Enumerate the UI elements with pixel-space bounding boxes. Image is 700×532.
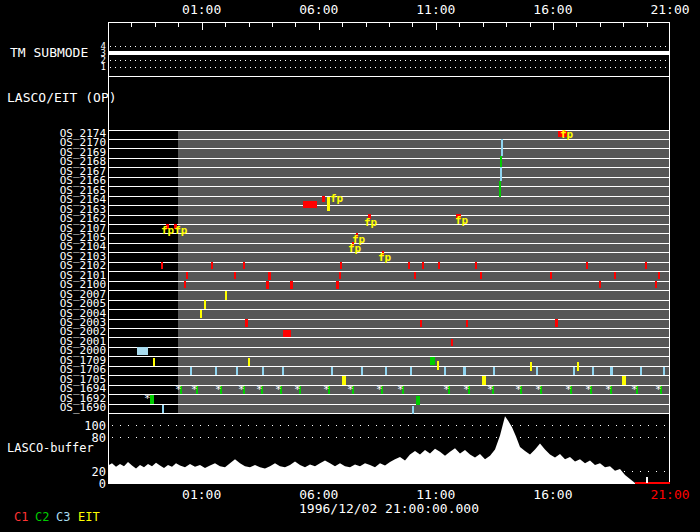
hour-tick: [225, 23, 226, 27]
row-separator: [108, 347, 670, 348]
row-separator: [108, 404, 670, 405]
os-marker: [444, 367, 446, 375]
fp-label: fp: [364, 218, 377, 228]
os-marker: [331, 367, 333, 375]
os-marker: [592, 367, 594, 375]
asterisk-glyph: *: [323, 385, 330, 394]
tm-gridline-4: [110, 46, 668, 47]
os-marker: [658, 272, 660, 279]
time-label-bottom: 16:00: [533, 488, 572, 501]
hour-tick: [506, 23, 507, 27]
asterisk-glyph: *: [256, 385, 263, 394]
os-marker: [530, 362, 532, 371]
asterisk-glyph: *: [294, 385, 301, 394]
time-label-top: 21:00: [650, 3, 689, 16]
os-marker: [408, 262, 410, 269]
row-separator: [108, 271, 670, 272]
hour-tick: [319, 23, 320, 30]
asterisk-glyph: *: [175, 385, 182, 394]
os-marker: [646, 477, 648, 483]
os-marker: [266, 281, 269, 289]
row-separator: [108, 319, 670, 320]
os-marker: [437, 361, 439, 370]
lasco-eit-planning-screen: TM SUBMODE LASCO/EIT (OP) LASCO-buffer 1…: [0, 0, 700, 532]
os-marker: [416, 396, 420, 405]
os-marker: [340, 262, 342, 269]
asterisk-glyph: *: [376, 385, 383, 394]
hour-tick: [647, 23, 648, 27]
os-marker: [640, 367, 642, 375]
time-label-bottom: 06:00: [299, 488, 338, 501]
buffer-gridline: [112, 437, 668, 438]
os-marker: [573, 367, 575, 375]
lasco-buffer-label: LASCO-buffer: [7, 442, 94, 455]
os-marker: [225, 291, 227, 300]
row-separator: [108, 215, 670, 216]
time-label-bottom: 01:00: [182, 488, 221, 501]
os-marker: [161, 262, 163, 269]
os-marker: [500, 167, 502, 181]
os-marker: [610, 367, 613, 375]
asterisk-glyph: *: [605, 385, 612, 394]
os-marker: [655, 281, 657, 288]
os-marker: [204, 300, 206, 309]
os-marker: [215, 367, 217, 375]
os-marker: [500, 156, 502, 167]
hour-tick: [202, 23, 203, 30]
os-marker: [536, 367, 538, 375]
row-separator: [108, 281, 670, 282]
row-separator: [108, 148, 670, 149]
row-separator: [108, 366, 670, 367]
os-marker: [622, 376, 626, 385]
os-marker: [499, 181, 501, 197]
hour-tick: [483, 23, 484, 27]
hour-tick: [623, 23, 624, 27]
os-marker: [475, 262, 477, 269]
hour-tick: [553, 23, 554, 30]
hour-tick: [295, 23, 296, 27]
legend-item-eit: EIT: [78, 511, 100, 523]
row-separator: [108, 375, 670, 376]
fp-label: fp: [330, 194, 343, 204]
tm-submode-level-bar: [109, 51, 669, 55]
buffer-gridline: [112, 471, 668, 472]
fp-label: fp: [378, 253, 391, 263]
row-separator: [108, 167, 670, 168]
os-marker: [451, 339, 453, 346]
os-marker: [262, 367, 264, 375]
tm-submode-panel: [108, 22, 670, 77]
os-marker: [482, 376, 486, 385]
row-separator: [108, 233, 670, 234]
row-separator: [108, 186, 670, 187]
row-separator: [108, 300, 670, 301]
os-marker: [410, 367, 412, 375]
asterisk-glyph: *: [585, 385, 592, 394]
os-marker: [577, 362, 579, 371]
row-separator: [108, 130, 670, 131]
os-marker: [463, 367, 466, 375]
hour-tick: [436, 23, 437, 30]
os-row-label: OS_1690: [60, 403, 106, 413]
os-marker: [184, 281, 186, 288]
asterisk-glyph: *: [487, 385, 494, 394]
fp-label: fp: [348, 244, 361, 254]
row-separator: [108, 309, 670, 310]
row-separator: [108, 243, 670, 244]
tm-submode-label: TM SUBMODE: [10, 46, 88, 59]
time-label-bottom: 21:00: [650, 488, 689, 501]
os-marker: [361, 367, 363, 375]
os-marker: [385, 367, 387, 375]
os-marker: [555, 319, 558, 327]
os-marker: [190, 367, 192, 375]
lasco-eit-op-label: LASCO/EIT (OP): [7, 91, 117, 104]
asterisk-glyph: *: [191, 385, 198, 394]
asterisk-glyph: *: [397, 385, 404, 394]
hour-tick: [249, 23, 250, 27]
os-marker: [211, 262, 213, 269]
row-separator: [108, 328, 670, 329]
legend-item-c2: C2: [35, 511, 49, 523]
buffer-curve: [108, 416, 635, 483]
hour-tick: [389, 23, 390, 27]
asterisk-glyph: *: [535, 385, 542, 394]
row-separator: [108, 224, 670, 225]
